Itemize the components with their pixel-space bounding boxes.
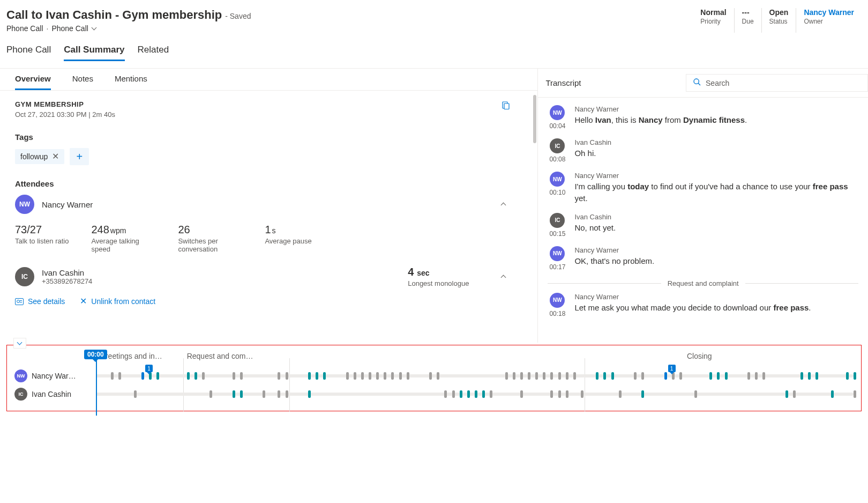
timeline-tick[interactable] — [641, 372, 644, 380]
timeline-tick[interactable] — [717, 372, 720, 380]
collapse-button[interactable] — [13, 338, 26, 349]
timeline-tick[interactable] — [369, 372, 371, 380]
timeline-tick[interactable] — [384, 372, 386, 380]
timeline-tick[interactable] — [444, 390, 447, 398]
timeline-tick[interactable] — [286, 390, 288, 398]
timeline-tick[interactable] — [566, 372, 568, 380]
timeline-tick[interactable] — [111, 372, 114, 380]
add-tag-button[interactable]: + — [70, 148, 89, 165]
chevron-up-icon[interactable] — [501, 274, 506, 279]
timeline-tick[interactable] — [308, 390, 311, 398]
unlink-contact-link[interactable]: ✕ Unlink from contact — [80, 297, 155, 306]
transcript-entry[interactable]: NW00:10Nancy WarnerI'm calling you today… — [548, 172, 858, 204]
subtab-mentions[interactable]: Mentions — [115, 74, 147, 90]
timeline-tick[interactable] — [831, 390, 834, 398]
timeline-tick[interactable] — [452, 390, 455, 398]
playhead[interactable]: 00:00 — [96, 354, 97, 416]
timeline-tick[interactable] — [505, 372, 508, 380]
timeline-tick[interactable] — [278, 372, 280, 380]
timeline-tick[interactable] — [520, 390, 523, 398]
search-field[interactable] — [706, 79, 861, 87]
timeline-tick[interactable] — [664, 372, 667, 380]
timeline-tick[interactable] — [354, 372, 356, 380]
meta-owner[interactable]: Nancy Warner Owner — [796, 8, 862, 33]
timeline-tick[interactable] — [346, 372, 349, 380]
timeline-tick[interactable] — [134, 390, 137, 398]
subtab-notes[interactable]: Notes — [72, 74, 93, 90]
breadcrumb[interactable]: Phone Call · Phone Call — [6, 24, 251, 33]
timeline-tick[interactable] — [854, 390, 856, 398]
timeline-tick[interactable] — [800, 372, 803, 380]
timeline-tick[interactable] — [846, 372, 849, 380]
timeline-tick[interactable] — [187, 372, 190, 380]
copy-icon[interactable] — [501, 100, 511, 112]
timeline-tick[interactable] — [679, 372, 682, 380]
timeline-tick[interactable] — [762, 372, 765, 380]
timeline-tick[interactable] — [747, 372, 750, 380]
scrollbar[interactable] — [533, 95, 536, 143]
close-icon[interactable]: ✕ — [52, 152, 59, 161]
timeline-tick[interactable] — [550, 390, 553, 398]
timeline-tick[interactable] — [709, 372, 712, 380]
timeline-track[interactable] — [96, 393, 854, 396]
attendee-row[interactable]: NW Nancy Warner — [15, 195, 522, 214]
timeline-tick[interactable] — [194, 372, 197, 380]
timeline-tick[interactable] — [755, 372, 758, 380]
timeline-tick[interactable] — [263, 390, 265, 398]
timeline-tick[interactable] — [558, 372, 561, 380]
timeline-tick[interactable] — [460, 390, 462, 398]
timeline-tick[interactable] — [407, 372, 409, 380]
tag-chip[interactable]: followup ✕ — [15, 149, 64, 164]
timeline-tick[interactable] — [528, 372, 530, 380]
timeline-tick[interactable] — [118, 372, 121, 380]
tab-related[interactable]: Related — [138, 45, 169, 61]
timeline-tick[interactable] — [603, 372, 606, 380]
meta-due[interactable]: --- Due — [734, 8, 761, 33]
timeline-tick[interactable] — [286, 372, 288, 380]
timeline-tick[interactable] — [429, 372, 432, 380]
timeline-tick[interactable] — [520, 372, 523, 380]
timeline-tick[interactable] — [323, 372, 326, 380]
timeline-tick[interactable] — [233, 372, 235, 380]
timeline-tick[interactable] — [240, 372, 243, 380]
attendee-row[interactable]: IC Ivan Cashin +353892678274 4 sec Longe… — [15, 266, 522, 287]
timeline-tick[interactable] — [725, 372, 728, 380]
timeline-tick[interactable] — [619, 390, 622, 398]
bookmark-icon[interactable]: 1 — [668, 365, 676, 372]
timeline-tick[interactable] — [376, 372, 379, 380]
timeline-tick[interactable] — [634, 372, 637, 380]
search-input[interactable] — [686, 74, 868, 92]
timeline-tick[interactable] — [793, 390, 796, 398]
timeline-tick[interactable] — [482, 390, 485, 398]
transcript-entry[interactable]: NW00:18Nancy WarnerLet me ask you what m… — [548, 293, 858, 317]
timeline-tick[interactable] — [490, 390, 492, 398]
timeline-tick[interactable] — [573, 372, 576, 380]
timeline-tick[interactable] — [611, 372, 614, 380]
meta-status[interactable]: Open Status — [761, 8, 796, 33]
timeline-tick[interactable] — [641, 390, 644, 398]
bookmark-icon[interactable]: 1 — [145, 365, 153, 372]
meta-priority[interactable]: Normal Priority — [693, 8, 734, 33]
timeline-tick[interactable] — [202, 372, 205, 380]
timeline-tick[interactable] — [141, 372, 144, 380]
timeline-tick[interactable] — [475, 390, 477, 398]
timeline-track[interactable]: 11 — [96, 374, 854, 378]
tab-call-summary[interactable]: Call Summary — [64, 45, 124, 61]
timeline-tick[interactable] — [535, 372, 538, 380]
timeline-tick[interactable] — [361, 372, 364, 380]
timeline-tick[interactable] — [233, 390, 235, 398]
timeline-tick[interactable] — [550, 372, 553, 380]
transcript-entry[interactable]: NW00:17Nancy WarnerOK, that's no problem… — [548, 246, 858, 271]
timeline-tick[interactable] — [854, 372, 856, 380]
transcript-entry[interactable]: IC00:08Ivan CashinOh hi. — [548, 138, 858, 163]
timeline-tick[interactable] — [566, 390, 568, 398]
see-details-link[interactable]: See details — [15, 297, 65, 306]
transcript-entry[interactable]: IC00:15Ivan CashinNo, not yet. — [548, 213, 858, 238]
timeline-tick[interactable] — [437, 372, 439, 380]
timeline-tick[interactable] — [785, 390, 788, 398]
timeline-tick[interactable] — [596, 372, 598, 380]
transcript-entry[interactable]: NW00:04Nancy WarnerHello Ivan, this is N… — [548, 105, 858, 130]
timeline-tick[interactable] — [694, 390, 697, 398]
timeline-tick[interactable] — [399, 372, 402, 380]
timeline-tick[interactable] — [815, 372, 818, 380]
